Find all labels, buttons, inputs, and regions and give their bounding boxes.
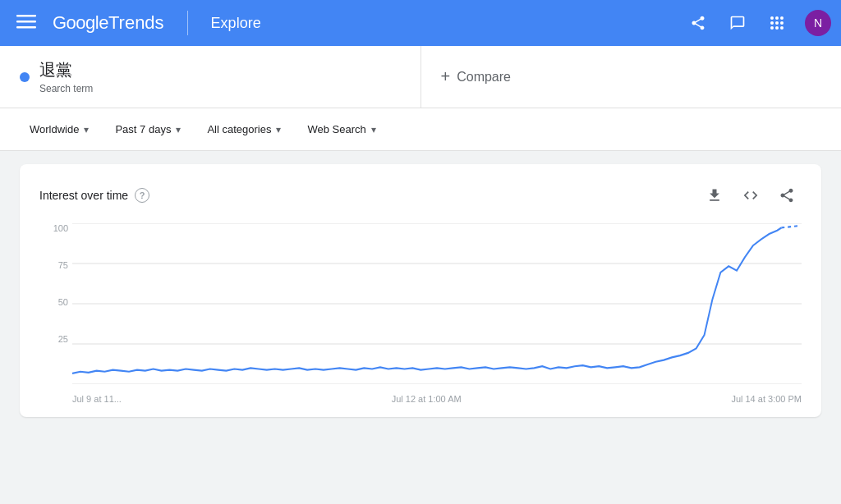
geo-filter-label: Worldwide bbox=[30, 123, 79, 135]
main-content: Interest over time ? 100 75 50 bbox=[0, 151, 841, 430]
menu-icon[interactable] bbox=[10, 5, 43, 42]
search-type-filter-label: Web Search bbox=[307, 123, 365, 135]
time-chevron-icon: ▾ bbox=[176, 124, 181, 135]
logo-trends-text: Trends bbox=[108, 12, 164, 34]
svg-rect-0 bbox=[16, 15, 36, 17]
category-filter[interactable]: All categories ▾ bbox=[197, 117, 291, 142]
search-term-box[interactable]: 退黨 Search term bbox=[0, 46, 421, 108]
chart-x-labels: Jul 9 at 11... Jul 12 at 1:00 AM Jul 14 … bbox=[72, 394, 802, 404]
chart-actions bbox=[700, 181, 802, 210]
x-label-start: Jul 9 at 11... bbox=[72, 394, 122, 404]
grid-dots bbox=[770, 16, 784, 30]
chart-header: Interest over time ? bbox=[39, 181, 802, 210]
search-term-dot bbox=[20, 72, 30, 82]
share-icon[interactable] bbox=[683, 8, 713, 38]
share-chart-icon[interactable] bbox=[772, 181, 802, 210]
y-label-100: 100 bbox=[39, 223, 68, 233]
geo-filter[interactable]: Worldwide ▾ bbox=[20, 117, 99, 142]
help-icon[interactable]: ? bbox=[135, 188, 149, 203]
chart-svg bbox=[72, 223, 802, 384]
user-avatar[interactable]: N bbox=[805, 10, 831, 36]
y-label-25: 25 bbox=[39, 334, 68, 344]
chart-svg-container bbox=[72, 223, 802, 384]
category-filter-label: All categories bbox=[207, 123, 271, 135]
compare-plus-icon: + bbox=[441, 67, 451, 86]
explore-label: Explore bbox=[211, 15, 261, 32]
app-logo: Google Trends bbox=[53, 12, 164, 34]
x-label-end: Jul 14 at 3:00 PM bbox=[731, 394, 802, 404]
category-chevron-icon: ▾ bbox=[276, 124, 281, 135]
chart-area: 100 75 50 25 bbox=[39, 223, 802, 404]
logo-google-text: Google bbox=[53, 12, 108, 34]
x-label-mid: Jul 12 at 1:00 AM bbox=[392, 394, 462, 404]
time-filter-label: Past 7 days bbox=[115, 123, 171, 135]
apps-icon[interactable] bbox=[762, 8, 792, 38]
embed-icon[interactable] bbox=[736, 181, 765, 210]
filter-bar: Worldwide ▾ Past 7 days ▾ All categories… bbox=[0, 108, 841, 151]
download-icon[interactable] bbox=[700, 181, 729, 210]
svg-rect-1 bbox=[16, 21, 36, 23]
compare-box[interactable]: + Compare bbox=[421, 46, 842, 108]
compare-label: Compare bbox=[457, 70, 511, 85]
time-filter[interactable]: Past 7 days ▾ bbox=[105, 117, 191, 142]
search-bar: 退黨 Search term + Compare bbox=[0, 46, 841, 108]
geo-chevron-icon: ▾ bbox=[84, 124, 89, 135]
search-term-content: 退黨 Search term bbox=[39, 59, 93, 94]
search-type-chevron-icon: ▾ bbox=[371, 124, 376, 135]
chart-title: Interest over time bbox=[39, 189, 128, 202]
app-header: Google Trends Explore N bbox=[0, 0, 841, 46]
search-term-label: Search term bbox=[39, 83, 93, 94]
chart-title-row: Interest over time ? bbox=[39, 188, 149, 203]
interest-over-time-card: Interest over time ? 100 75 50 bbox=[20, 164, 821, 417]
search-term-text: 退黨 bbox=[39, 59, 93, 81]
header-divider bbox=[187, 11, 188, 35]
feedback-icon[interactable] bbox=[723, 8, 752, 38]
y-label-75: 75 bbox=[39, 260, 68, 270]
chart-y-labels: 100 75 50 25 bbox=[39, 223, 68, 371]
search-type-filter[interactable]: Web Search ▾ bbox=[297, 117, 385, 142]
svg-rect-2 bbox=[16, 26, 36, 29]
y-label-50: 50 bbox=[39, 297, 68, 307]
